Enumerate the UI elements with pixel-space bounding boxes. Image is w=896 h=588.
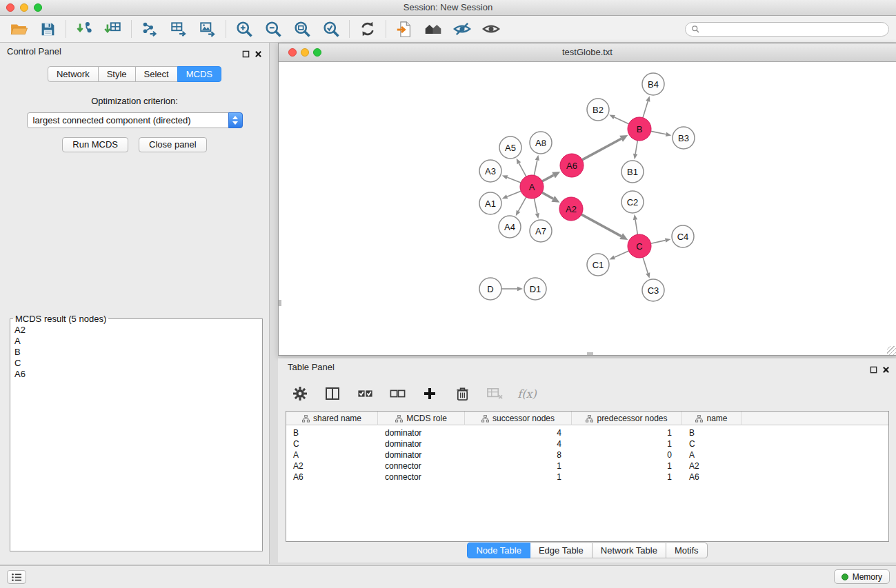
table-cell[interactable]: B [286,427,378,438]
tab-mcds[interactable]: MCDS [177,66,221,82]
delete-column-button[interactable] [452,383,472,404]
optimization-criterion-dropdown[interactable]: largest connected component (directed) [27,112,243,128]
column-header-MCDS-role[interactable]: MCDS role [378,412,465,425]
zoom-fit-content-button[interactable] [288,17,317,41]
network-node-D[interactable]: D [479,278,501,300]
column-header-name[interactable]: name [682,412,741,425]
table-cell[interactable]: 1 [572,427,682,438]
network-node-A[interactable]: A [520,175,544,199]
network-node-B2[interactable]: B2 [587,99,609,121]
zoom-selected-region-button[interactable] [317,17,346,41]
network-node-C[interactable]: C [628,234,651,258]
save-session-button[interactable] [33,17,62,41]
tab-style[interactable]: Style [98,66,136,82]
show-columns-button[interactable] [323,383,342,404]
table-cell[interactable]: connector [378,472,465,483]
close-panel-action-button[interactable]: Close panel [139,137,207,152]
toolbar-search-field[interactable] [685,22,889,37]
table-row-B[interactable]: Bdominator41B [286,427,888,438]
table-row-A[interactable]: Adominator80A [286,449,888,460]
resize-grip-icon[interactable] [887,346,896,355]
network-edge-B-B2[interactable] [615,117,629,124]
delete-table-button[interactable] [485,383,504,404]
network-edge-A-A1[interactable] [507,191,521,196]
network-edge-A-A6[interactable] [542,175,554,181]
export-table-button[interactable] [164,17,193,41]
network-node-C4[interactable]: C4 [672,225,694,247]
tab-edge-table[interactable]: Edge Table [530,543,593,558]
memory-button[interactable]: Memory [834,569,890,584]
table-settings-button[interactable] [290,383,310,404]
network-node-C3[interactable]: C3 [642,279,664,301]
table-cell[interactable]: 0 [572,449,682,460]
table-cell[interactable]: A6 [286,472,378,483]
network-edge-B-B4[interactable] [643,101,648,118]
tab-network[interactable]: Network [48,66,99,82]
tab-network-table[interactable]: Network Table [592,543,666,558]
table-cell[interactable]: dominator [378,427,465,438]
network-edge-A2-C[interactable] [581,214,621,236]
network-node-C2[interactable]: C2 [621,191,644,213]
table-row-C[interactable]: Cdominator41C [286,438,888,449]
mcds-result-item[interactable]: A2 [14,325,258,336]
network-edge-B-B1[interactable] [635,141,637,154]
select-all-columns-button[interactable] [355,383,375,404]
table-cell[interactable]: A [682,449,741,460]
run-mcds-button[interactable]: Run MCDS [62,137,128,152]
network-node-A2[interactable]: A2 [559,197,583,221]
column-header-shared-name[interactable]: shared name [286,412,378,425]
table-cell[interactable]: A2 [682,460,741,472]
network-node-A7[interactable]: A7 [530,220,552,242]
table-cell[interactable]: 1 [572,472,682,483]
function-builder-button[interactable]: f(x) [517,383,537,404]
table-cell[interactable]: A2 [286,460,378,472]
network-edge-A6-B[interactable] [582,139,621,160]
table-cell[interactable]: 1 [572,438,682,449]
network-edge-C-C1[interactable] [615,251,629,257]
table-cell[interactable]: 8 [465,449,572,460]
network-edge-C-C3[interactable] [643,257,648,273]
mcds-result-item[interactable]: A [14,336,258,347]
table-cell[interactable]: 1 [572,460,682,472]
network-node-A1[interactable]: A1 [479,192,501,214]
table-cell[interactable]: connector [378,460,465,472]
unselect-all-columns-button[interactable] [388,383,407,404]
network-node-B4[interactable]: B4 [642,73,664,95]
table-row-A6[interactable]: A6connector11A6 [286,472,888,483]
network-node-A4[interactable]: A4 [499,216,521,238]
hide-selected-button[interactable] [448,17,477,41]
network-edge-A-A2[interactable] [542,192,553,199]
table-cell[interactable]: dominator [378,449,465,460]
table-cell[interactable]: 4 [465,427,572,438]
network-node-A3[interactable]: A3 [479,160,501,182]
mcds-result-item[interactable]: C [14,358,258,369]
network-edge-A-A8[interactable] [534,160,537,175]
network-canvas-svg[interactable]: B4B2BB3A5A8A6B1A3AC2A1A2A4A7C4CC1C3DD1 [279,62,896,355]
network-node-D1[interactable]: D1 [524,278,546,300]
column-header-successor-nodes[interactable]: successor nodes [465,412,572,425]
table-cell[interactable]: 1 [465,472,572,483]
tab-node-table[interactable]: Node Table [467,543,530,558]
create-column-button[interactable] [420,383,439,404]
import-network-from-file-button[interactable] [70,17,99,41]
network-edge-A-A4[interactable] [519,197,526,211]
network-edge-A-A3[interactable] [507,177,521,183]
apply-preferred-layout-button[interactable] [353,17,382,41]
network-node-B[interactable]: B [628,117,651,141]
network-edge-C-C4[interactable] [651,241,666,244]
show-panels-button[interactable] [7,570,26,584]
export-image-button[interactable] [193,17,222,41]
export-network-button[interactable] [135,17,164,41]
tab-select[interactable]: Select [135,66,178,82]
network-node-B3[interactable]: B3 [673,127,695,149]
table-cell[interactable]: C [286,438,378,449]
table-float-panel-button[interactable] [870,364,877,376]
mcds-result-item[interactable]: B [14,347,258,358]
table-cell[interactable]: 1 [465,460,572,472]
search-input[interactable] [703,24,882,34]
network-edge-A-A7[interactable] [534,199,537,214]
zoom-in-button[interactable] [230,17,259,41]
network-edge-B-B3[interactable] [651,131,666,134]
table-cell[interactable]: B [682,427,741,438]
show-hide-button[interactable] [477,17,506,41]
